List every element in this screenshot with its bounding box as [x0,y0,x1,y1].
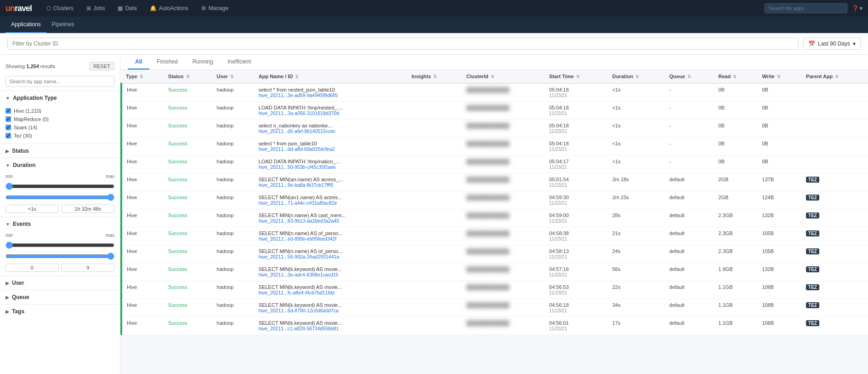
mapreduce-checkbox[interactable] [6,116,11,122]
nav-manage[interactable]: ⚙ Manage [199,0,230,17]
app-id-link[interactable]: hive_20211...d5-afef-9b140515ccec [259,128,403,134]
tags-header[interactable]: ▶ Tags [0,305,120,318]
cell-parentapp [801,138,868,155]
tab-running[interactable]: Running [185,55,221,69]
cell-write: 0B [757,102,801,120]
app-id-link[interactable]: hive_20211...fc-a8e4-f4cb7bd11fdd [259,290,403,295]
cell-read: 1.1GB [714,317,757,335]
status-header[interactable]: ▶ Status [0,144,120,158]
table-header-row: Type ⇅ Status ⇅ User ⇅ App Name / ID ⇅ I… [121,70,868,83]
hive-checkbox[interactable] [6,108,11,114]
cell-starttime: 04:58:1311/23/21 [545,245,607,263]
subnav-pipelines[interactable]: Pipelines [46,17,80,33]
app-id-link[interactable]: hive_20211...50-953b-cf45c35f2aee [259,164,403,170]
duration-header[interactable]: ▼ Duration [0,158,120,172]
spark-checkbox[interactable] [6,125,11,130]
application-type-header[interactable]: ▼ Application Type [0,91,120,105]
cell-clusterid: ████████████ [462,173,545,191]
col-write[interactable]: Write ⇅ [757,70,801,83]
autoactions-icon: 🔔 [150,5,157,12]
col-user[interactable]: User ⇅ [212,70,254,83]
cell-clusterid: ████████████ [462,281,545,299]
cell-write: 108B [757,299,801,317]
app-id-link[interactable]: hive_20211...9e-ba8a-fb37cb17fff6 [259,182,403,188]
cell-starttime: 04:59:0011/23/21 [545,209,607,227]
sub-navigation: Applications Pipelines [0,17,868,33]
col-insights[interactable]: Insights ⇅ [407,70,462,83]
cell-type: Hive [121,120,164,138]
cell-clusterid: ████████████ [462,299,545,317]
cell-appname: SELECT MIN(n.name) AS of_perso... hive_2… [254,245,407,263]
tags-section: ▶ Tags [0,304,120,318]
duration-min-slider[interactable] [6,183,114,190]
date-range-picker[interactable]: 📅 Last 90 Days ▾ [803,38,861,50]
duration-max-slider[interactable] [6,194,114,201]
col-duration[interactable]: Duration ⇅ [607,70,664,83]
table-row: Hive Success hadoop SELECT MIN(an.name) … [121,173,868,191]
queue-header[interactable]: ▶ Queue [0,290,120,304]
app-id-link[interactable]: hive_20211...c1-a829-56734d55bb81 [259,326,403,331]
events-min-slider[interactable] [6,242,114,249]
cell-user: hadoop [212,138,254,155]
app-id-link[interactable]: hive_20211...3e-adc4-6308e1cacd15 [259,272,403,277]
app-id-link[interactable]: hive_20211...3e-ad59-9a4945f9d685 [259,92,403,98]
chevron-down-icon: ▼ [6,222,10,227]
cell-parentapp: TEZ [801,317,868,335]
cell-type: Hive [121,155,164,173]
app-logo[interactable]: unravel [6,4,32,13]
events-header[interactable]: ▼ Events [0,217,120,231]
cell-duration: 56s [607,263,664,281]
cell-type: Hive [121,83,164,102]
app-id-link[interactable]: hive_20211...56-992a-26ad2931441a [259,254,403,259]
cell-parentapp [801,155,868,173]
reset-button[interactable]: RESET [89,62,114,70]
cell-queue: default [665,191,714,209]
tez-checkbox[interactable] [6,133,11,138]
cell-write: 105B [757,245,801,263]
cell-read: 0B [714,102,757,120]
table-row: Hive Success hadoop SELECT MIN(n.name) A… [121,245,868,263]
nav-autoactions[interactable]: 🔔 AutoActions [148,0,190,17]
app-id-link[interactable]: hive_20211...e0-895b-eb95feed342f [259,236,403,242]
help-button[interactable]: ❓ ▾ [852,5,862,12]
cluster-filter-input[interactable] [7,38,799,50]
tab-finished[interactable]: Finished [149,55,185,69]
cell-duration: 2m 23s [607,191,664,209]
cell-starttime: 04:56:0111/23/21 [545,317,607,335]
col-queue[interactable]: Queue ⇅ [665,70,714,83]
col-starttime[interactable]: Start Time ⇅ [545,70,607,83]
nav-jobs[interactable]: ⊞ Jobs [85,0,107,17]
search-input[interactable] [765,3,847,13]
cell-duration: <1s [607,120,664,138]
app-id-link[interactable]: hive_20211...6d-8780-12c0d6a0d7ca [259,308,403,313]
tab-all[interactable]: All [128,55,149,69]
app-id-link[interactable]: hive_20211...83-9b13-da2bed3a2a45 [259,218,403,224]
cell-insights [407,155,462,173]
filter-spark: Spark (14) [6,123,114,132]
app-name-search-input[interactable] [6,76,114,87]
cell-type: Hive [121,317,164,335]
col-read[interactable]: Read ⇅ [714,70,757,83]
nav-clusters[interactable]: ⬡ Clusters [45,0,75,17]
app-id-link[interactable]: hive_20211...dd-afbf-69a925dcfea2 [259,146,403,152]
table-row: Hive Success hadoop SELECT MIN(k.keyword… [121,299,868,317]
user-header[interactable]: ▶ User [0,276,120,290]
events-max-slider[interactable] [6,253,114,260]
app-id-link[interactable]: hive_20211...71-a44c-c431af0ac82e [259,200,403,206]
cell-duration: 24s [607,245,664,263]
chevron-down-icon: ▼ [6,96,10,101]
cell-parentapp: TEZ [801,245,868,263]
app-id-link[interactable]: hive_20211...3a-a056-3101618d370d [259,110,403,116]
col-clusterid[interactable]: ClusterId ⇅ [462,70,545,83]
col-parentapp[interactable]: Parent App ⇅ [801,70,868,83]
col-status[interactable]: Status ⇅ [164,70,212,83]
col-type[interactable]: Type ⇅ [121,70,164,83]
cell-starttime: 04:56:1811/23/21 [545,299,607,317]
cell-duration: 17s [607,317,664,335]
events-section: ▼ Events min max 0 9 [0,217,120,276]
subnav-applications[interactable]: Applications [6,17,46,33]
nav-data[interactable]: ▦ Data [116,0,138,17]
cell-status: Success [164,209,212,227]
col-appname[interactable]: App Name / ID ⇅ [254,70,407,83]
tab-inefficient[interactable]: Inefficient [220,55,258,69]
